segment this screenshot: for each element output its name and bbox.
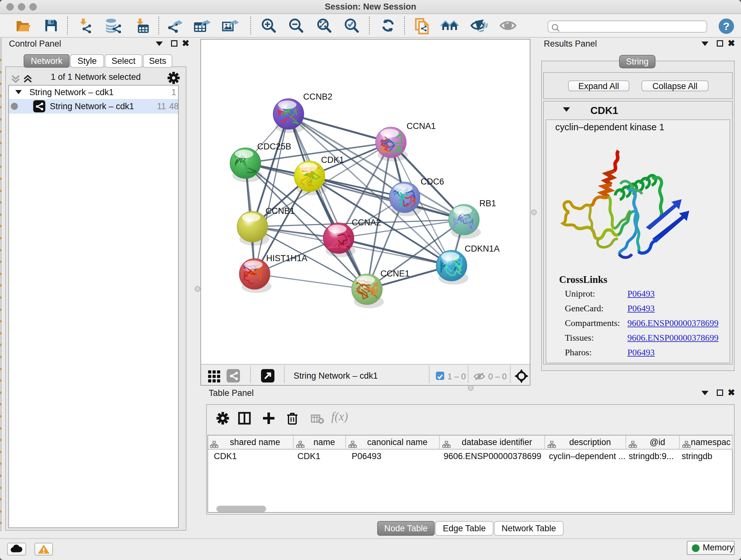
svg-text:CDC25B: CDC25B — [257, 142, 291, 151]
svg-text:CCNA2: CCNA2 — [352, 218, 381, 227]
svg-text:CDKN1A: CDKN1A — [465, 244, 500, 253]
svg-text:CDC6: CDC6 — [421, 177, 444, 186]
svg-text:RB1: RB1 — [479, 199, 496, 208]
svg-text:CCNB2: CCNB2 — [303, 92, 333, 102]
svg-text:CDK1: CDK1 — [321, 155, 344, 165]
svg-text:?: ? — [723, 20, 730, 32]
svg-text:CCNE1: CCNE1 — [381, 269, 410, 278]
svg-text:CCNA1: CCNA1 — [407, 121, 436, 131]
svg-text:HIST1H1A: HIST1H1A — [266, 253, 307, 263]
svg-text:CCNB1: CCNB1 — [266, 206, 295, 216]
